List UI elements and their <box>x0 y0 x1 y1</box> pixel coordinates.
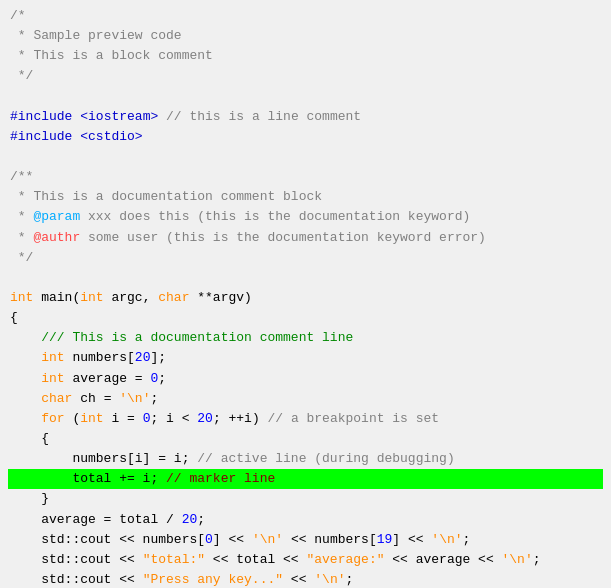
code-token: ; ++i) <box>213 411 268 426</box>
code-token: 19 <box>377 532 393 547</box>
code-token: for <box>41 411 64 426</box>
code-token: << numbers[ <box>283 532 377 547</box>
code-token: << total << <box>205 552 306 567</box>
code-line <box>8 147 603 167</box>
code-token: @authr <box>33 230 80 245</box>
code-line: /** <box>8 167 603 187</box>
code-line: { <box>8 308 603 328</box>
code-token: int <box>41 350 64 365</box>
code-token: /// This is a documentation comment line <box>41 330 353 345</box>
code-token: int <box>10 290 33 305</box>
code-line: * This is a block comment <box>8 46 603 66</box>
code-token: #include <box>10 109 72 124</box>
code-token: int <box>41 371 64 386</box>
code-token: some user (this is the documentation key… <box>80 230 486 245</box>
code-token: char <box>41 391 72 406</box>
code-token: // a breakpoint is set <box>268 411 440 426</box>
code-token: ]; <box>150 350 166 365</box>
code-token: { <box>10 310 18 325</box>
code-line: total += i; // marker line <box>8 469 603 489</box>
code-token: int <box>80 290 103 305</box>
code-token: ; <box>346 572 354 587</box>
code-token: ; <box>158 371 166 386</box>
code-line: * Sample preview code <box>8 26 603 46</box>
code-token: i = <box>104 411 143 426</box>
code-line: * @authr some user (this is the document… <box>8 228 603 248</box>
code-token: '\n' <box>431 532 462 547</box>
code-token: argc, <box>104 290 159 305</box>
code-token: 0 <box>205 532 213 547</box>
code-token: main( <box>33 290 80 305</box>
code-token: xxx does this (this is the documentation… <box>80 209 470 224</box>
code-token: ; <box>463 532 471 547</box>
code-token: '\n' <box>119 391 150 406</box>
code-line: std::cout << numbers[0] << '\n' << numbe… <box>8 530 603 550</box>
code-line: } <box>8 489 603 509</box>
code-token: ; <box>197 512 205 527</box>
code-token: numbers[ <box>65 350 135 365</box>
code-line: std::cout << "Press any key..." << '\n'; <box>8 570 603 588</box>
code-token: <cstdio> <box>80 129 142 144</box>
code-token: "Press any key..." <box>143 572 283 587</box>
code-token: { <box>10 431 49 446</box>
code-token: std::cout << numbers[ <box>10 532 205 547</box>
code-token: // marker line <box>166 471 275 486</box>
code-token: */ <box>10 68 33 83</box>
code-token: average = total / <box>10 512 182 527</box>
code-line <box>8 87 603 107</box>
code-token: #include <box>10 129 72 144</box>
code-token: ch = <box>72 391 119 406</box>
code-line: * This is a documentation comment block <box>8 187 603 207</box>
code-token <box>10 350 41 365</box>
code-token: << average << <box>384 552 501 567</box>
code-token: ; <box>150 391 158 406</box>
code-token: **argv) <box>189 290 251 305</box>
code-token: */ <box>10 250 33 265</box>
code-token: std::cout << <box>10 572 143 587</box>
code-token: numbers[i] = i; <box>10 451 197 466</box>
code-line: int main(int argc, char **argv) <box>8 288 603 308</box>
code-line: char ch = '\n'; <box>8 389 603 409</box>
code-token: /** <box>10 169 33 184</box>
code-token: /* <box>10 8 26 23</box>
code-token: * <box>10 189 33 204</box>
code-token: '\n' <box>252 532 283 547</box>
code-token <box>10 371 41 386</box>
code-line <box>8 268 603 288</box>
code-token: << <box>283 572 314 587</box>
code-token: ; i < <box>150 411 197 426</box>
code-line: #include <iostream> // this is a line co… <box>8 107 603 127</box>
code-token: 20 <box>197 411 213 426</box>
code-token: ( <box>65 411 81 426</box>
code-token: ; <box>533 552 541 567</box>
code-token: std::cout << <box>10 552 143 567</box>
code-line: average = total / 20; <box>8 510 603 530</box>
code-token: } <box>10 491 49 506</box>
code-line: * @param xxx does this (this is the docu… <box>8 207 603 227</box>
code-token: ] << <box>213 532 252 547</box>
code-line: int average = 0; <box>8 369 603 389</box>
code-editor: /* * Sample preview code * This is a blo… <box>0 0 611 588</box>
code-token <box>10 411 41 426</box>
code-token: // this is a line comment <box>166 109 361 124</box>
code-token: "total:" <box>143 552 205 567</box>
code-line: /* <box>8 6 603 26</box>
code-token: * This is a block comment <box>10 48 213 63</box>
code-line: */ <box>8 248 603 268</box>
code-line: std::cout << "total:" << total << "avera… <box>8 550 603 570</box>
code-line: /// This is a documentation comment line <box>8 328 603 348</box>
code-line: for (int i = 0; i < 20; ++i) // a breakp… <box>8 409 603 429</box>
code-token: @param <box>33 209 80 224</box>
code-token: '\n' <box>502 552 533 567</box>
code-token: '\n' <box>314 572 345 587</box>
code-token: total += i; <box>10 471 166 486</box>
code-token: average = <box>65 371 151 386</box>
code-line: #include <cstdio> <box>8 127 603 147</box>
code-line: */ <box>8 66 603 86</box>
code-token <box>158 109 166 124</box>
code-token: 20 <box>135 350 151 365</box>
code-token: int <box>80 411 103 426</box>
code-line: int numbers[20]; <box>8 348 603 368</box>
code-line: numbers[i] = i; // active line (during d… <box>8 449 603 469</box>
code-line: { <box>8 429 603 449</box>
